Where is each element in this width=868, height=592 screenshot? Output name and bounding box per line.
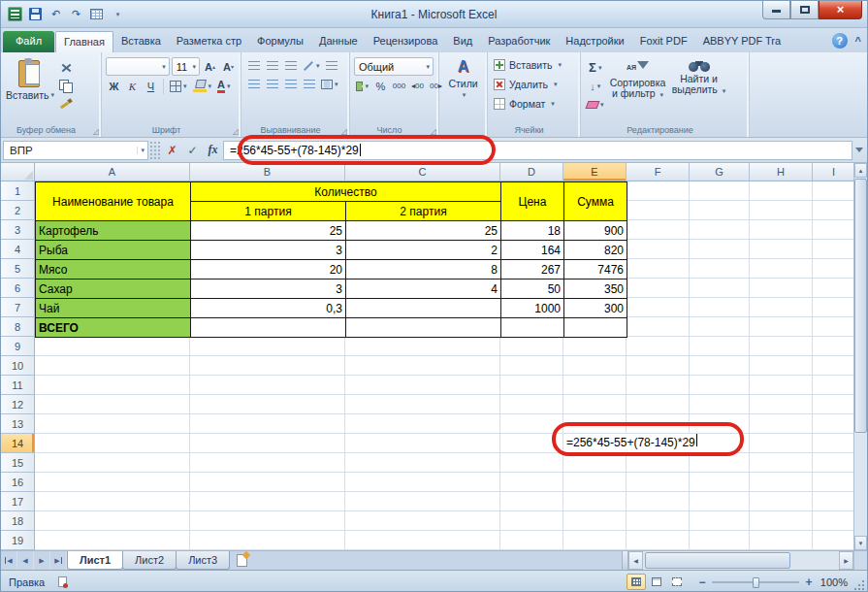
scroll-right-button[interactable]: ▶ — [839, 551, 853, 570]
column-header-A[interactable]: A — [35, 163, 190, 181]
alignment-dialog-launcher[interactable]: ◿ — [341, 127, 347, 136]
cell-D1[interactable]: Цена — [500, 181, 564, 221]
cell-D8[interactable] — [500, 317, 564, 338]
align-bottom-button[interactable] — [282, 57, 299, 74]
increase-decimal-button[interactable]: ◂00 — [409, 78, 426, 94]
save-button[interactable] — [26, 5, 45, 23]
vertical-scrollbar[interactable]: ▲ ▼ — [853, 163, 867, 550]
autosum-button[interactable]: Σ▾ — [585, 59, 606, 76]
help-button[interactable]: ? — [832, 33, 848, 49]
cell-styles-button[interactable]: A Стили ▾ — [442, 55, 484, 99]
increase-indent-button[interactable] — [301, 76, 317, 92]
ribbon-tab-Главная[interactable]: Главная — [55, 31, 113, 52]
resize-grip[interactable] — [853, 571, 867, 592]
cell-D4[interactable]: 164 — [500, 240, 564, 260]
row-header-11[interactable]: 11 — [1, 376, 35, 395]
ribbon-tab-ABBYY PDF Tra[interactable]: ABBYY PDF Tra — [695, 31, 789, 52]
align-top-button[interactable] — [245, 57, 262, 74]
cell-A3[interactable]: Картофель — [35, 220, 191, 241]
row-header-9[interactable]: 9 — [1, 337, 35, 356]
format-cells-button[interactable]: Формат▾ — [491, 94, 577, 114]
delete-cells-button[interactable]: Удалить▾ — [491, 75, 577, 94]
ribbon-tab-Данные[interactable]: Данные — [311, 31, 366, 52]
cell-C5[interactable]: 8 — [345, 259, 501, 280]
macro-record-button[interactable] — [54, 574, 71, 590]
row-header-14[interactable]: 14 — [1, 434, 35, 453]
sort-filter-button[interactable]: АЯ Сортировка и фильтр ▾ — [607, 55, 669, 123]
app-menu-button[interactable] — [6, 5, 24, 23]
row-header-12[interactable]: 12 — [1, 395, 35, 414]
insert-cells-button[interactable]: Вставить▾ — [491, 55, 577, 75]
row-header-19[interactable]: 19 — [1, 531, 35, 550]
tab-first-button[interactable]: ◀ — [1, 551, 17, 570]
cell-D6[interactable]: 50 — [500, 279, 564, 299]
cell-A8[interactable]: ВСЕГО — [35, 317, 191, 338]
tab-previous-button[interactable]: ◀ — [17, 551, 34, 570]
zoom-slider-thumb[interactable] — [753, 577, 759, 588]
decrease-font-button[interactable]: А▾ — [220, 58, 237, 75]
fill-button[interactable]: ↓▾ — [585, 78, 606, 94]
ribbon-tab-Рецензирова[interactable]: Рецензирова — [366, 31, 446, 52]
cell-C6[interactable]: 4 — [345, 279, 501, 299]
cell-C3[interactable]: 25 — [345, 220, 501, 241]
merge-center-button[interactable]: ▾ — [319, 76, 340, 92]
cell-D5[interactable]: 267 — [500, 259, 564, 280]
cell-C8[interactable] — [345, 317, 501, 338]
scroll-up-button[interactable]: ▲ — [854, 163, 867, 178]
italic-button[interactable]: К — [124, 78, 141, 94]
ribbon-tab-Вид[interactable]: Вид — [445, 31, 480, 52]
sheet-tab-Лист2[interactable]: Лист2 — [122, 551, 177, 570]
name-box-splitter[interactable] — [149, 142, 161, 159]
row-header-6[interactable]: 6 — [1, 279, 35, 298]
row-header-4[interactable]: 4 — [1, 240, 35, 259]
active-cell-editor[interactable]: =256*45-55+(78-145)*29 — [563, 434, 699, 453]
column-header-E[interactable]: E — [563, 163, 627, 181]
minimize-ribbon-button[interactable]: ^ — [855, 35, 861, 47]
insert-worksheet-button[interactable] — [229, 551, 254, 570]
align-middle-button[interactable] — [264, 57, 280, 74]
cell-E8[interactable] — [563, 317, 627, 338]
row-header-5[interactable]: 5 — [1, 259, 35, 279]
percent-style-button[interactable]: % — [372, 78, 389, 94]
number-dialog-launcher[interactable]: ◿ — [431, 127, 436, 136]
cell-A1[interactable]: Наименование товара — [35, 181, 191, 221]
align-right-button[interactable] — [282, 76, 299, 92]
sheet-tab-Лист3[interactable]: Лист3 — [176, 551, 230, 570]
row-header-16[interactable]: 16 — [1, 473, 35, 492]
cell-A5[interactable]: Мясо — [35, 259, 191, 280]
row-header-18[interactable]: 18 — [1, 511, 35, 531]
restore-button[interactable] — [790, 1, 819, 19]
column-header-C[interactable]: C — [345, 163, 500, 181]
page-break-view-button[interactable] — [667, 574, 687, 590]
row-header-17[interactable]: 17 — [1, 492, 35, 511]
cell-B3[interactable]: 25 — [190, 220, 346, 241]
accounting-format-button[interactable]: ▾ — [354, 78, 370, 94]
horizontal-scroll-thumb[interactable] — [645, 552, 790, 569]
number-format-combo[interactable]: Общий▾ — [354, 57, 434, 76]
horizontal-scrollbar[interactable]: ◀ ▶ — [628, 551, 853, 570]
tab-last-button[interactable]: ▶ — [50, 551, 67, 570]
borders-button[interactable]: ▾ — [168, 78, 189, 94]
cell-A4[interactable]: Рыба — [35, 240, 191, 260]
font-size-combo[interactable]: 11▾ — [172, 57, 200, 76]
align-center-button[interactable] — [264, 76, 280, 92]
cell-E3[interactable]: 900 — [563, 220, 627, 241]
vertical-scroll-thumb[interactable] — [854, 179, 867, 433]
cut-button[interactable] — [57, 59, 74, 76]
paste-button[interactable]: Вставить▾ — [4, 55, 56, 123]
ribbon-tab-Разметка стр[interactable]: Разметка стр — [169, 31, 249, 52]
cell-D3[interactable]: 18 — [500, 220, 564, 241]
column-header-D[interactable]: D — [500, 163, 563, 181]
column-header-H[interactable]: H — [750, 163, 813, 181]
fill-color-button[interactable]: ▾ — [191, 78, 214, 94]
cell-B8[interactable] — [190, 317, 346, 338]
scroll-left-button[interactable]: ◀ — [628, 551, 643, 570]
zoom-level[interactable]: 100% — [817, 576, 853, 588]
row-header-2[interactable]: 2 — [1, 201, 35, 220]
cell-A6[interactable]: Сахар — [35, 279, 191, 299]
row-header-13[interactable]: 13 — [1, 414, 35, 434]
bold-button[interactable]: Ж — [106, 78, 122, 94]
name-box[interactable]: ВПР ▾ — [3, 141, 148, 160]
row-header-7[interactable]: 7 — [1, 298, 35, 317]
increase-font-button[interactable]: А▴ — [202, 58, 218, 75]
